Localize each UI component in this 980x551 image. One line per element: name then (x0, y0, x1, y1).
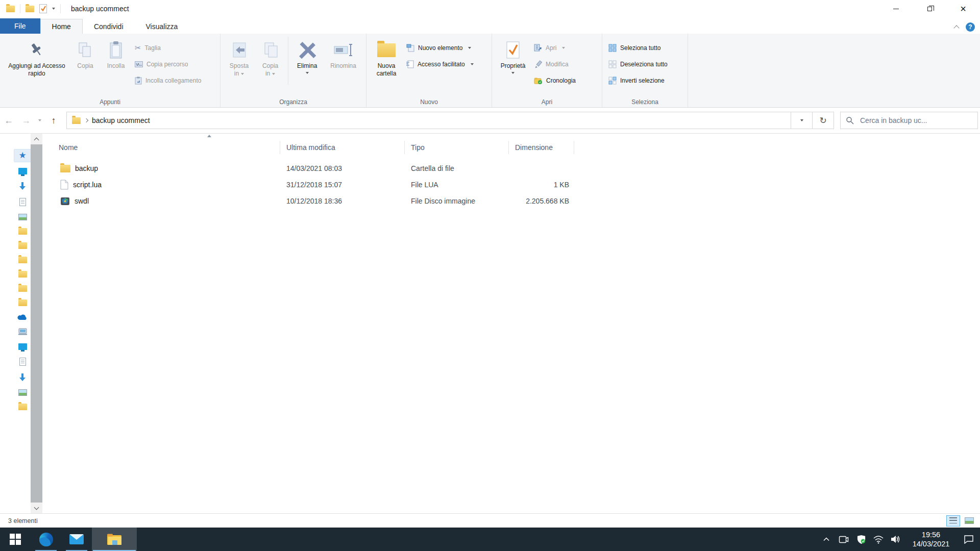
sidebar-scrollbar[interactable] (31, 134, 42, 513)
recent-locations-caret[interactable] (35, 112, 45, 129)
sidebar-item-onedrive[interactable] (17, 314, 28, 320)
scrollbar-thumb[interactable] (31, 144, 42, 503)
search-box[interactable] (840, 112, 978, 129)
cast-device-icon[interactable] (835, 528, 852, 551)
new-item-button[interactable]: Nuovo elemento (403, 40, 477, 56)
taskbar-mail-button[interactable] (61, 528, 92, 551)
sidebar-item-pictures[interactable] (18, 214, 27, 220)
invert-selection-icon (608, 77, 617, 85)
pin-label: Aggiungi ad Accesso rapido (6, 62, 68, 78)
thumbnails-view-button[interactable] (962, 515, 976, 527)
copy-button[interactable]: Copia (70, 36, 100, 93)
volume-icon[interactable] (887, 528, 904, 551)
sidebar-item-folder[interactable] (18, 271, 27, 278)
forward-button[interactable]: → (17, 112, 35, 129)
move-to-button[interactable]: Sposta in (224, 36, 255, 93)
collapse-ribbon-icon[interactable] (953, 25, 959, 31)
invert-selection-button[interactable]: Inverti selezione (605, 72, 671, 89)
sidebar-item-quick-access[interactable]: ★ (14, 149, 30, 162)
pin-to-quick-access-button[interactable]: Aggiungi ad Accesso rapido (3, 36, 70, 93)
select-all-button[interactable]: Seleziona tutto (605, 40, 671, 56)
sidebar-item-pictures[interactable] (18, 389, 27, 396)
rename-label: Rinomina (330, 62, 356, 70)
sidebar-item-folder[interactable] (18, 228, 27, 235)
taskbar-file-explorer-button[interactable] (92, 528, 137, 551)
deselect-all-button[interactable]: Deseleziona tutto (605, 56, 671, 72)
close-button[interactable]: × (946, 0, 980, 17)
open-label: Apri (546, 44, 556, 52)
qat-properties-icon[interactable] (39, 4, 47, 13)
column-header-modified[interactable]: Ultima modifica (280, 141, 405, 154)
sidebar-item-folder[interactable] (18, 242, 27, 249)
up-button[interactable]: ↑ (45, 112, 62, 129)
sidebar-item-desktop[interactable] (18, 168, 27, 174)
open-button[interactable]: Apri (531, 40, 579, 56)
show-hidden-icons-button[interactable] (818, 528, 835, 551)
clock-date: 14/03/2021 (904, 539, 958, 548)
column-headers: Nome Ultima modifica Tipo Dimensione (47, 138, 980, 157)
sidebar-item-desktop[interactable] (18, 343, 27, 350)
invert-selection-label: Inverti selezione (620, 77, 665, 84)
sidebar-item-documents[interactable] (19, 198, 26, 206)
taskbar-edge-button[interactable] (31, 528, 61, 551)
group-label-clipboard: Appunti (0, 98, 220, 106)
file-name: swdl (75, 197, 89, 205)
details-view-button[interactable] (946, 515, 960, 527)
windows-security-icon[interactable] (852, 528, 870, 551)
back-button[interactable]: ← (0, 112, 17, 129)
file-name: script.lua (73, 181, 102, 189)
column-header-type[interactable]: Tipo (405, 141, 509, 154)
taskbar-clock[interactable]: 19:56 14/03/2021 (904, 530, 958, 548)
table-row[interactable]: backup 14/03/2021 08:03 Cartella di file (47, 160, 980, 177)
sidebar-item-this-pc[interactable] (18, 328, 28, 336)
explorer-window: backup ucommect × File Home Condividi Vi… (0, 0, 980, 551)
sidebar-item-documents[interactable] (19, 358, 26, 366)
sidebar-item-folder[interactable] (18, 404, 27, 410)
search-input[interactable] (860, 116, 972, 124)
rename-button[interactable]: Rinomina (324, 36, 363, 93)
paste-shortcut-button[interactable]: Incolla collegamento (132, 72, 204, 89)
breadcrumb-chevron-icon[interactable] (84, 118, 88, 122)
restore-button[interactable] (913, 0, 946, 17)
qat-customize-caret[interactable] (52, 8, 55, 10)
new-folder-label: Nuova cartella (373, 62, 400, 78)
sidebar-item-downloads[interactable] (19, 373, 26, 382)
delete-button[interactable]: Elimina (290, 36, 324, 93)
help-icon[interactable]: ? (966, 22, 975, 32)
column-header-size[interactable]: Dimensione (509, 141, 574, 154)
tab-visualizza[interactable]: Visualizza (135, 19, 189, 34)
new-folder-button[interactable]: Nuova cartella (370, 36, 403, 93)
copy-to-button[interactable]: Copia in (255, 36, 286, 93)
column-header-name[interactable]: Nome (47, 141, 280, 154)
properties-button[interactable]: Proprietà (495, 36, 531, 93)
minimize-button[interactable] (879, 0, 913, 17)
address-history-caret[interactable] (791, 112, 813, 129)
start-button[interactable] (0, 528, 31, 551)
sidebar-item-folder[interactable] (18, 299, 27, 306)
scroll-up-icon[interactable] (31, 134, 42, 144)
breadcrumb[interactable]: backup ucommect (92, 116, 150, 124)
refresh-button[interactable]: ↻ (813, 112, 834, 129)
table-row[interactable]: swdl 10/12/2018 18:36 File Disco immagin… (47, 193, 980, 209)
copy-path-button[interactable]: Copia percorso (132, 56, 204, 72)
sidebar-item-folder[interactable] (18, 285, 27, 292)
file-type: Cartella di file (405, 164, 509, 172)
move-to-label: Sposta in (228, 62, 251, 78)
wifi-icon[interactable] (870, 528, 887, 551)
easy-access-button[interactable]: Accesso facilitato (403, 56, 477, 72)
tab-home[interactable]: Home (40, 19, 83, 34)
sidebar-item-folder[interactable] (18, 257, 27, 263)
tab-file[interactable]: File (0, 18, 40, 34)
paste-button[interactable]: Incolla (100, 36, 132, 93)
address-bar[interactable]: backup ucommect (66, 112, 791, 129)
qat-new-folder-icon[interactable] (26, 6, 34, 12)
table-row[interactable]: script.lua 31/12/2018 15:07 File LUA 1 K… (47, 177, 980, 193)
action-center-icon[interactable] (958, 528, 980, 551)
tab-condividi[interactable]: Condividi (83, 19, 135, 34)
cut-button[interactable]: ✂ Taglia (132, 40, 204, 56)
edit-button[interactable]: Modifica (531, 56, 579, 72)
history-button[interactable]: Cronologia (531, 72, 579, 89)
scroll-down-icon[interactable] (31, 503, 42, 513)
sidebar-item-downloads[interactable] (19, 182, 26, 190)
open-caret (562, 47, 565, 49)
